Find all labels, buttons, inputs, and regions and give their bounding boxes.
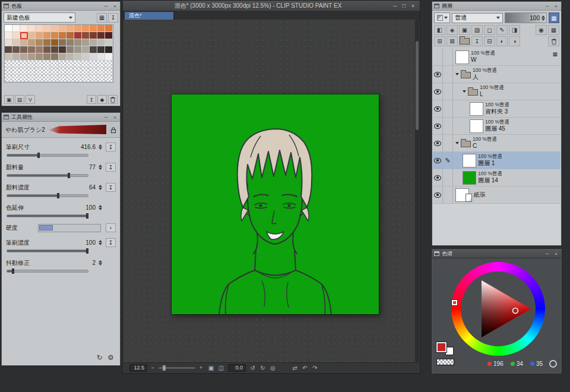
close-icon[interactable]: ×: [408, 3, 417, 9]
swatch-cell[interactable]: [51, 32, 59, 39]
swatch-cell[interactable]: [36, 39, 43, 46]
swatch-cell[interactable]: [59, 39, 66, 46]
layer-name[interactable]: L: [480, 91, 504, 98]
swatch-cell[interactable]: [90, 53, 97, 61]
swatch-cell[interactable]: [66, 25, 74, 32]
slider-track[interactable]: [7, 214, 88, 217]
swatch-cell[interactable]: [43, 25, 51, 32]
save-palette-icon[interactable]: ↧: [108, 13, 118, 23]
redo-icon[interactable]: ↷: [311, 364, 319, 372]
layer-name[interactable]: 圖層 14: [478, 177, 502, 184]
layer-thumbnail[interactable]: [463, 154, 476, 167]
close-icon[interactable]: ×: [553, 250, 559, 258]
vertical-scrollbar[interactable]: [415, 20, 419, 362]
swatch-cell[interactable]: [82, 75, 90, 82]
stroke-dynamics-button[interactable]: ↧: [106, 163, 116, 172]
color-settings-icon[interactable]: [549, 360, 557, 368]
swatch-cell[interactable]: [12, 61, 20, 68]
sub-color-chip[interactable]: [445, 347, 454, 355]
swatch-cell[interactable]: [12, 25, 20, 32]
slider-track[interactable]: [7, 194, 88, 197]
thumbnail-combo[interactable]: [434, 12, 450, 23]
lock-icon[interactable]: [110, 127, 117, 134]
swatch-cell[interactable]: [20, 32, 28, 39]
zoom-out-button[interactable]: −: [150, 365, 156, 371]
maximize-icon[interactable]: □: [400, 3, 408, 9]
swatch-cell[interactable]: [12, 32, 20, 39]
swatch-cell[interactable]: [28, 68, 36, 75]
panel-menu-icon[interactable]: [434, 4, 439, 8]
layer-thumbnail[interactable]: [463, 171, 476, 185]
swatch-cell[interactable]: [28, 32, 36, 39]
opacity-control[interactable]: 100: [505, 12, 547, 23]
swatch-cell[interactable]: [105, 68, 113, 75]
swatch-cell[interactable]: [43, 32, 51, 39]
visibility-cell[interactable]: [433, 100, 443, 117]
lock-layer-icon[interactable]: ▣: [459, 25, 470, 35]
swatch-cell[interactable]: [5, 39, 12, 46]
delete-color-icon[interactable]: [108, 95, 118, 104]
slider-value[interactable]: 100: [75, 239, 96, 246]
swatch-cell[interactable]: [82, 68, 90, 75]
swatch-cell[interactable]: [66, 32, 74, 39]
layer-color-icon[interactable]: ◉: [536, 25, 547, 35]
layer-thumbnail[interactable]: [470, 102, 483, 116]
spinner-icon[interactable]: [99, 205, 102, 210]
swatch-cell[interactable]: [36, 68, 43, 75]
slider-track[interactable]: [7, 249, 88, 252]
visibility-cell[interactable]: [433, 186, 443, 203]
swatch-cell[interactable]: [74, 61, 82, 68]
layer-row[interactable]: 100 %普通C: [433, 135, 560, 152]
register-color-icon[interactable]: ↥: [87, 95, 96, 104]
slider-track[interactable]: [7, 174, 88, 177]
swatch-cell[interactable]: [5, 53, 12, 61]
canvas-tab[interactable]: 混色*: [124, 11, 174, 20]
swatch-cell[interactable]: [36, 46, 43, 53]
slider-thumb[interactable]: [12, 268, 14, 274]
slider-value[interactable]: 64: [75, 184, 96, 191]
stroke-dynamics-button[interactable]: ↧: [106, 238, 116, 247]
settings-wrench-icon[interactable]: ⚙: [106, 353, 116, 362]
swatch-cell[interactable]: [105, 53, 113, 61]
swatch-cell[interactable]: [74, 39, 82, 46]
eye-icon[interactable]: [434, 158, 441, 163]
swatch-cell[interactable]: [5, 46, 12, 53]
swatch-cell[interactable]: [51, 46, 59, 53]
tone-grid-icon[interactable]: ▦: [548, 25, 559, 35]
spinner-icon[interactable]: [542, 15, 545, 21]
swatch-cell[interactable]: [43, 75, 51, 82]
swatch-cell[interactable]: [66, 46, 74, 53]
swatch-cell[interactable]: [59, 53, 66, 61]
color-wheel[interactable]: [451, 262, 545, 356]
swatch-cell[interactable]: [12, 68, 20, 75]
lock-transparency-icon[interactable]: ▨: [471, 25, 483, 35]
swatch-cell[interactable]: [28, 46, 36, 53]
swatch-cell[interactable]: [74, 32, 82, 39]
swatch-cell[interactable]: [51, 68, 59, 75]
slider-thumb[interactable]: [57, 193, 59, 198]
canvas-titlebar[interactable]: 混色* (3000 x 3000px 300dpi 12.5%) - CLIP …: [123, 1, 420, 11]
swatch-cell[interactable]: [28, 53, 36, 61]
panel-menu-icon[interactable]: [4, 115, 9, 119]
new-folder-icon[interactable]: [459, 36, 470, 46]
zoom-value[interactable]: 12.5: [129, 364, 147, 372]
spinner-icon[interactable]: [99, 165, 102, 170]
reset-view-icon[interactable]: ◎: [268, 364, 277, 372]
rotate-right-icon[interactable]: ↻: [258, 364, 267, 372]
swatch-cell[interactable]: [105, 75, 113, 82]
visibility-cell[interactable]: [433, 83, 443, 100]
swatch-cell[interactable]: [90, 46, 97, 53]
layer-name[interactable]: 人: [473, 74, 497, 81]
visibility-cell[interactable]: [433, 152, 443, 169]
canvas-image[interactable]: [172, 94, 379, 314]
swatch-cell[interactable]: [74, 53, 82, 61]
merge-to-below-icon[interactable]: ⊟: [484, 36, 495, 46]
slider-thumb[interactable]: [86, 248, 88, 254]
swatch-cell[interactable]: [59, 25, 66, 32]
layer-name[interactable]: W: [471, 56, 495, 64]
swatch-cell[interactable]: [66, 53, 74, 61]
minimize-icon[interactable]: ─: [103, 2, 109, 10]
rotate-left-icon[interactable]: ↺: [248, 364, 257, 372]
swatch-cell[interactable]: [97, 46, 105, 53]
swatch-cell[interactable]: [5, 68, 12, 75]
